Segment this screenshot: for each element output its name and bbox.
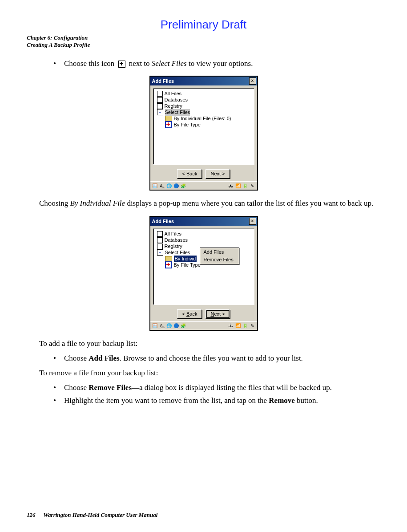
tree-view[interactable]: All Files Databases Registry Select File… [153,88,254,165]
para-choosing-individual: Choosing By Individual File displays a p… [39,199,380,209]
tree-item-all-files[interactable]: All Files [154,231,253,237]
dialog-add-files: Add Files × All Files Databases Registry… [149,76,258,191]
text-fragment: Choose [64,383,89,392]
checkbox-icon[interactable] [157,91,163,97]
signal-icon[interactable]: 📶 [235,323,241,329]
checkbox-icon[interactable] [157,244,163,249]
figure-add-files-1: Add Files × All Files Databases Registry… [27,76,380,191]
signal-icon[interactable]: 📶 [235,183,241,189]
next-button[interactable]: Next > [206,169,230,179]
folder-icon [165,116,172,122]
back-button[interactable]: < Back [177,169,202,179]
bullet-remove-files: • Choose Remove Files—a dialog box is di… [27,383,380,393]
network-icon[interactable]: 🖧 [228,323,234,329]
app-icon[interactable]: 🔵 [173,323,179,329]
globe-icon[interactable]: 🌐 [166,323,172,329]
text-fragment: Choosing [39,199,70,207]
app-icon-2[interactable]: 🧩 [181,323,186,329]
bullet-content: Highlight the item you want to remove fr… [64,396,380,406]
preliminary-draft-label: Preliminary Draft [27,18,380,32]
menu-add-files[interactable]: Add Files [200,248,239,256]
section-label: Creating A Backup Profile [27,41,380,49]
text-fragment: Choose this icon [64,59,114,68]
tree-view[interactable]: All Files Databases Registry Select File… [153,228,254,305]
collapse-icon[interactable] [157,109,163,115]
bullet-content: Choose Add Files. Browse to and choose t… [64,353,380,364]
dialog-button-row: < Back Next > [150,167,257,181]
tree-label: Databases [165,97,188,103]
tree-item-by-individual[interactable]: By Individual File (Files: 0) [154,115,253,122]
tree-label: By Individual File (Files: 0) [174,115,231,122]
keyboard-icon[interactable]: A͟. [159,323,165,329]
tree-label: Databases [165,237,188,244]
pen-icon[interactable]: ✎ [250,323,255,329]
globe-icon[interactable]: 🌐 [166,183,172,189]
para-to-add: To add a file to your backup list: [39,339,380,349]
page-footer: 126Warrington Hand-Held Computer User Ma… [27,512,157,519]
chapter-label: Chapter 6: Configuration [27,34,380,41]
start-icon[interactable]: 🪟 [152,323,158,329]
figure-add-files-2: Add Files × All Files Databases Registry… [27,216,380,331]
folder-icon [165,256,172,262]
collapse-icon[interactable] [157,249,163,256]
checkbox-icon[interactable] [157,97,163,103]
text-fragment-italic: By Individual File [70,199,125,207]
dialog-title: Add Files [152,218,174,225]
network-icon[interactable]: 🖧 [228,183,234,189]
bullet-marker: • [53,353,64,364]
text-fragment: to view your options. [187,59,253,68]
back-button[interactable]: < Back [177,309,202,319]
pen-icon[interactable]: ✎ [250,183,255,189]
checkbox-icon[interactable] [157,237,163,243]
close-icon[interactable]: × [249,218,256,225]
checkbox-icon[interactable] [157,103,163,109]
bullet-marker: • [53,59,64,69]
tree-label-selected: By Individ [174,256,197,262]
text-fragment-bold: Add Files [89,354,119,362]
tree-item-select-files[interactable]: Select Files [154,109,253,115]
text-fragment: button. [295,396,318,405]
keyboard-icon[interactable]: A͟. [159,183,165,189]
next-button[interactable]: Next > [206,309,230,319]
text-fragment: Highlight the item you want to remove fr… [64,396,269,405]
bullet-choose-icon: • Choose this icon next to Select Files … [27,59,380,69]
battery-icon[interactable]: 🔋 [242,183,248,189]
para-to-remove: To remove a file from your backup list: [39,368,380,378]
plus-box-icon [118,61,125,68]
tree-item-registry[interactable]: Registry [154,103,253,109]
text-fragment: —a dialog box is displayed listing the f… [132,383,332,392]
taskbar-right: 🖧 📶 🔋 ✎ [228,183,255,189]
plus-file-icon [165,261,172,268]
tree-item-all-files[interactable]: All Files [154,90,253,97]
app-icon[interactable]: 🔵 [173,183,179,189]
tree-label: Registry [165,243,182,250]
tree-item-databases[interactable]: Databases [154,237,253,243]
app-icon-2[interactable]: 🧩 [181,183,186,189]
start-icon[interactable]: 🪟 [152,183,158,189]
text-fragment: next to [129,59,152,68]
dialog-titlebar: Add Files × [150,217,257,226]
dialog-titlebar: Add Files × [150,77,257,85]
taskbar: 🪟 A͟. 🌐 🔵 🧩 🖧 📶 🔋 ✎ [150,181,257,190]
tree-label: By File Type [174,122,201,128]
bullet-highlight-remove: • Highlight the item you want to remove … [27,396,380,406]
page-number: 126 [27,512,36,518]
close-icon[interactable]: × [249,77,256,85]
menu-remove-files[interactable]: Remove Files [200,256,239,264]
text-fragment: Choose [64,354,89,362]
bullet-add-files: • Choose Add Files. Browse to and choose… [27,353,380,364]
tree-label: Registry [165,103,182,110]
dialog-button-row: < Back Next > [150,307,257,321]
dialog-add-files-popup: Add Files × All Files Databases Registry… [149,216,258,331]
bullet-marker: • [53,383,64,393]
battery-icon[interactable]: 🔋 [242,323,248,329]
manual-title: Warrington Hand-Held Computer User Manua… [44,512,158,518]
checkbox-icon[interactable] [157,231,163,237]
tree-label: By File Type [174,262,201,268]
tree-label: All Files [165,231,182,237]
tree-item-databases[interactable]: Databases [154,97,253,103]
bullet-marker: • [53,396,64,406]
bullet-content: Choose Remove Files—a dialog box is disp… [64,383,380,393]
text-fragment-italic: Select Files [152,59,187,68]
tree-item-by-file-type[interactable]: By File Type [154,122,253,128]
